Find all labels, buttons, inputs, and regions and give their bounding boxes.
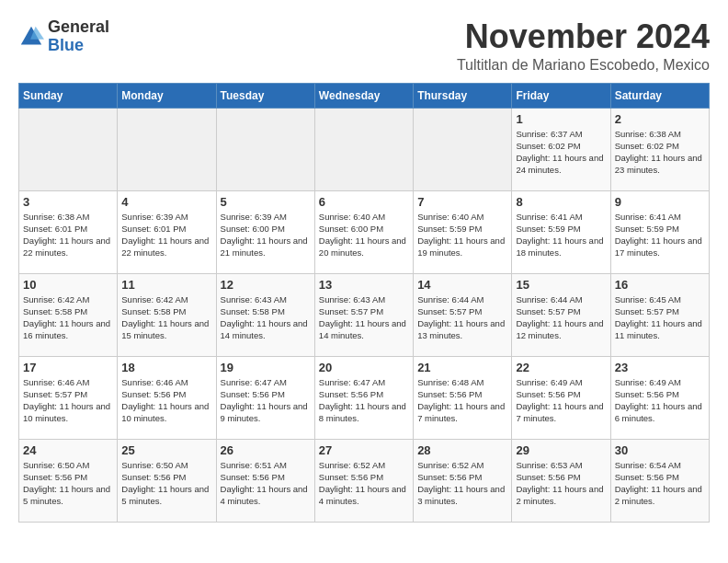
calendar-cell: 11Sunrise: 6:42 AM Sunset: 5:58 PM Dayli… <box>118 273 216 356</box>
day-info: Sunrise: 6:54 AM Sunset: 5:56 PM Dayligh… <box>615 459 705 508</box>
week-row-4: 17Sunrise: 6:46 AM Sunset: 5:57 PM Dayli… <box>19 356 710 439</box>
day-info: Sunrise: 6:41 AM Sunset: 5:59 PM Dayligh… <box>615 211 705 259</box>
day-info: Sunrise: 6:43 AM Sunset: 5:58 PM Dayligh… <box>221 293 311 342</box>
calendar-cell: 20Sunrise: 6:47 AM Sunset: 5:56 PM Dayli… <box>314 356 413 439</box>
day-info: Sunrise: 6:39 AM Sunset: 6:01 PM Dayligh… <box>121 211 211 259</box>
day-number: 27 <box>319 443 409 457</box>
day-number: 16 <box>615 278 705 292</box>
calendar-cell: 17Sunrise: 6:46 AM Sunset: 5:57 PM Dayli… <box>19 356 118 439</box>
day-number: 24 <box>23 443 113 457</box>
day-info: Sunrise: 6:52 AM Sunset: 5:56 PM Dayligh… <box>319 459 409 508</box>
month-title: November 2024 <box>457 18 710 55</box>
day-number: 9 <box>615 195 705 209</box>
calendar-cell <box>314 108 413 190</box>
day-number: 13 <box>319 278 409 292</box>
calendar-cell <box>118 108 216 190</box>
day-number: 26 <box>221 443 311 457</box>
day-info: Sunrise: 6:46 AM Sunset: 5:57 PM Dayligh… <box>23 376 113 425</box>
logo-text: General Blue <box>48 18 109 55</box>
calendar-cell: 8Sunrise: 6:41 AM Sunset: 5:59 PM Daylig… <box>512 190 610 273</box>
calendar-cell: 7Sunrise: 6:40 AM Sunset: 5:59 PM Daylig… <box>414 190 512 273</box>
day-info: Sunrise: 6:40 AM Sunset: 6:00 PM Dayligh… <box>319 211 409 259</box>
week-row-5: 24Sunrise: 6:50 AM Sunset: 5:56 PM Dayli… <box>19 439 710 522</box>
calendar-table: SundayMondayTuesdayWednesdayThursdayFrid… <box>18 83 710 523</box>
header-monday: Monday <box>118 83 216 108</box>
day-number: 4 <box>121 195 211 209</box>
calendar-cell: 5Sunrise: 6:39 AM Sunset: 6:00 PM Daylig… <box>216 190 314 273</box>
day-number: 18 <box>121 361 211 374</box>
day-info: Sunrise: 6:49 AM Sunset: 5:56 PM Dayligh… <box>615 376 705 425</box>
day-number: 21 <box>417 361 507 374</box>
calendar-cell: 22Sunrise: 6:49 AM Sunset: 5:56 PM Dayli… <box>512 356 610 439</box>
calendar-cell: 3Sunrise: 6:38 AM Sunset: 6:01 PM Daylig… <box>19 190 118 273</box>
weekday-header-row: SundayMondayTuesdayWednesdayThursdayFrid… <box>19 83 710 108</box>
day-info: Sunrise: 6:49 AM Sunset: 5:56 PM Dayligh… <box>516 376 606 425</box>
day-info: Sunrise: 6:42 AM Sunset: 5:58 PM Dayligh… <box>23 293 113 342</box>
day-info: Sunrise: 6:47 AM Sunset: 5:56 PM Dayligh… <box>221 376 311 425</box>
calendar-cell: 9Sunrise: 6:41 AM Sunset: 5:59 PM Daylig… <box>610 190 709 273</box>
calendar-cell: 24Sunrise: 6:50 AM Sunset: 5:56 PM Dayli… <box>19 439 118 522</box>
day-info: Sunrise: 6:40 AM Sunset: 5:59 PM Dayligh… <box>417 211 507 259</box>
title-block: November 2024 Tultitlan de Mariano Escob… <box>457 18 710 74</box>
day-info: Sunrise: 6:48 AM Sunset: 5:56 PM Dayligh… <box>417 376 507 425</box>
calendar-cell: 13Sunrise: 6:43 AM Sunset: 5:57 PM Dayli… <box>314 273 413 356</box>
header-saturday: Saturday <box>610 83 709 108</box>
day-info: Sunrise: 6:43 AM Sunset: 5:57 PM Dayligh… <box>319 293 409 342</box>
day-info: Sunrise: 6:37 AM Sunset: 6:02 PM Dayligh… <box>516 128 606 177</box>
day-info: Sunrise: 6:50 AM Sunset: 5:56 PM Dayligh… <box>121 459 211 508</box>
calendar-cell: 15Sunrise: 6:44 AM Sunset: 5:57 PM Dayli… <box>512 273 610 356</box>
day-info: Sunrise: 6:39 AM Sunset: 6:00 PM Dayligh… <box>221 211 311 259</box>
day-number: 23 <box>615 361 705 374</box>
day-number: 17 <box>23 361 113 374</box>
day-number: 19 <box>221 361 311 374</box>
calendar-cell: 12Sunrise: 6:43 AM Sunset: 5:58 PM Dayli… <box>216 273 314 356</box>
calendar-cell: 19Sunrise: 6:47 AM Sunset: 5:56 PM Dayli… <box>216 356 314 439</box>
calendar-cell: 30Sunrise: 6:54 AM Sunset: 5:56 PM Dayli… <box>610 439 709 522</box>
day-number: 30 <box>615 443 705 457</box>
header-sunday: Sunday <box>19 83 118 108</box>
logo: General Blue <box>18 18 109 55</box>
day-info: Sunrise: 6:51 AM Sunset: 5:56 PM Dayligh… <box>221 459 311 508</box>
day-info: Sunrise: 6:52 AM Sunset: 5:56 PM Dayligh… <box>417 459 507 508</box>
day-number: 8 <box>516 195 606 209</box>
header-wednesday: Wednesday <box>314 83 413 108</box>
day-number: 1 <box>516 112 606 126</box>
day-number: 14 <box>417 278 507 292</box>
calendar-cell: 28Sunrise: 6:52 AM Sunset: 5:56 PM Dayli… <box>414 439 512 522</box>
calendar-cell: 26Sunrise: 6:51 AM Sunset: 5:56 PM Dayli… <box>216 439 314 522</box>
day-info: Sunrise: 6:53 AM Sunset: 5:56 PM Dayligh… <box>516 459 606 508</box>
day-info: Sunrise: 6:44 AM Sunset: 5:57 PM Dayligh… <box>516 293 606 342</box>
day-info: Sunrise: 6:41 AM Sunset: 5:59 PM Dayligh… <box>516 211 606 259</box>
calendar-cell <box>414 108 512 190</box>
header-friday: Friday <box>512 83 610 108</box>
week-row-1: 1Sunrise: 6:37 AM Sunset: 6:02 PM Daylig… <box>19 108 710 190</box>
day-number: 3 <box>23 195 113 209</box>
calendar-cell <box>19 108 118 190</box>
day-info: Sunrise: 6:42 AM Sunset: 5:58 PM Dayligh… <box>121 293 211 342</box>
calendar-cell: 10Sunrise: 6:42 AM Sunset: 5:58 PM Dayli… <box>19 273 118 356</box>
day-number: 5 <box>221 195 311 209</box>
calendar-cell: 4Sunrise: 6:39 AM Sunset: 6:01 PM Daylig… <box>118 190 216 273</box>
calendar-cell: 27Sunrise: 6:52 AM Sunset: 5:56 PM Dayli… <box>314 439 413 522</box>
calendar-cell: 18Sunrise: 6:46 AM Sunset: 5:56 PM Dayli… <box>118 356 216 439</box>
calendar-cell: 23Sunrise: 6:49 AM Sunset: 5:56 PM Dayli… <box>610 356 709 439</box>
day-number: 22 <box>516 361 606 374</box>
calendar-cell: 29Sunrise: 6:53 AM Sunset: 5:56 PM Dayli… <box>512 439 610 522</box>
day-info: Sunrise: 6:38 AM Sunset: 6:01 PM Dayligh… <box>23 211 113 259</box>
day-number: 28 <box>417 443 507 457</box>
day-number: 11 <box>121 278 211 292</box>
header-thursday: Thursday <box>414 83 512 108</box>
day-number: 25 <box>121 443 211 457</box>
week-row-2: 3Sunrise: 6:38 AM Sunset: 6:01 PM Daylig… <box>19 190 710 273</box>
day-info: Sunrise: 6:46 AM Sunset: 5:56 PM Dayligh… <box>121 376 211 425</box>
calendar-cell: 14Sunrise: 6:44 AM Sunset: 5:57 PM Dayli… <box>414 273 512 356</box>
day-info: Sunrise: 6:38 AM Sunset: 6:02 PM Dayligh… <box>615 128 705 177</box>
day-number: 29 <box>516 443 606 457</box>
calendar-cell <box>216 108 314 190</box>
day-info: Sunrise: 6:45 AM Sunset: 5:57 PM Dayligh… <box>615 293 705 342</box>
week-row-3: 10Sunrise: 6:42 AM Sunset: 5:58 PM Dayli… <box>19 273 710 356</box>
day-number: 12 <box>221 278 311 292</box>
day-number: 6 <box>319 195 409 209</box>
calendar-cell: 2Sunrise: 6:38 AM Sunset: 6:02 PM Daylig… <box>610 108 709 190</box>
day-number: 15 <box>516 278 606 292</box>
